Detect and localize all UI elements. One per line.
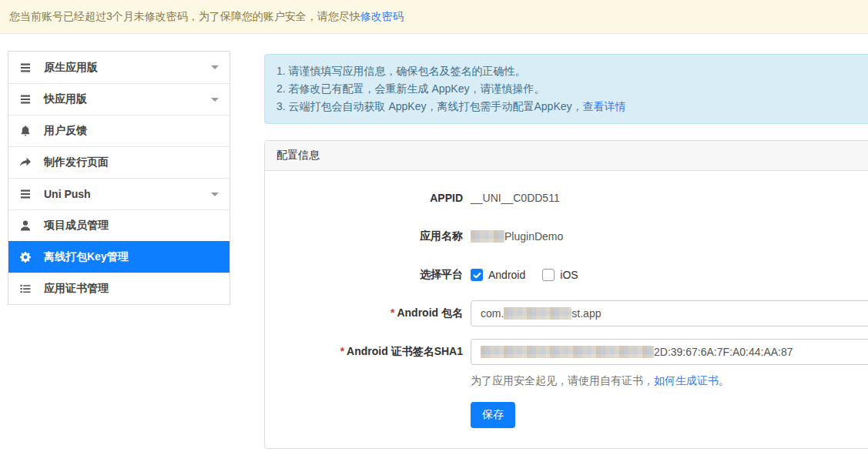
android-sha1-label-text: Android 证书签名SHA1 xyxy=(347,345,463,357)
config-form: APPID __UNI__C0DD511 应用名称 PluginDemo 选择平… xyxy=(265,171,868,448)
share-arrow-icon xyxy=(19,156,32,169)
user-icon xyxy=(19,219,32,232)
app-name-value: PluginDemo xyxy=(504,230,563,243)
menu-icon xyxy=(19,62,32,74)
sidebar-item-label: 制作发行页面 xyxy=(44,156,109,169)
password-warning-text: 您当前账号已经超过3个月未修改密码，为了保障您的账户安全，请您尽快 xyxy=(9,10,360,24)
redacted-app-name-prefix xyxy=(471,230,504,243)
how-to-generate-cert-link[interactable]: 如何生成证书 xyxy=(654,374,719,387)
menu-icon xyxy=(19,93,32,105)
notice-line-3: 3. 云端打包会自动获取 AppKey，离线打包需手动配置AppKey，查看详情 xyxy=(276,98,868,116)
notice-line-3-text: 3. 云端打包会自动获取 AppKey，离线打包需手动配置AppKey， xyxy=(276,100,583,112)
list-icon xyxy=(19,283,32,295)
notice-line-1: 1. 请谨慎填写应用信息，确保包名及签名的正确性。 xyxy=(276,62,868,80)
form-row-platform: 选择平台 Android iOS xyxy=(265,262,868,288)
android-sha1-label: *Android 证书签名SHA1 xyxy=(265,345,463,359)
required-mark: * xyxy=(340,345,344,357)
ios-checkbox-label: iOS xyxy=(560,269,578,281)
sidebar-item-label: 项目成员管理 xyxy=(44,219,109,233)
sidebar-item-native-app[interactable]: 原生应用版 xyxy=(8,52,230,83)
sidebar-item-label: 原生应用版 xyxy=(44,61,98,75)
menu-icon xyxy=(19,188,32,200)
sha1-suffix: 2D:39:67:6A:7F:A0:44:AA:87 xyxy=(654,346,793,358)
android-package-label: *Android 包名 xyxy=(265,306,463,320)
notice-line-2: 2. 若修改已有配置，会重新生成 AppKey，请谨慎操作。 xyxy=(276,80,868,98)
sidebar-item-offline-key[interactable]: 离线打包Key管理 xyxy=(8,241,230,273)
password-warning-banner: 您当前账号已经超过3个月未修改密码，为了保障您的账户安全，请您尽快修改密码 xyxy=(0,0,868,34)
bell-icon xyxy=(19,125,32,137)
app-name-label: 应用名称 xyxy=(265,229,463,243)
sidebar: 原生应用版 快应用版 用户反馈 制作发行页面 Uni Push 项目成员管理 xyxy=(8,51,230,305)
view-details-link[interactable]: 查看详情 xyxy=(583,100,626,112)
form-row-appid: APPID __UNI__C0DD511 xyxy=(265,185,868,211)
sidebar-item-publish-page[interactable]: 制作发行页面 xyxy=(8,146,230,178)
sidebar-item-app-certificates[interactable]: 应用证书管理 xyxy=(8,273,230,304)
chevron-down-icon xyxy=(211,193,219,196)
main-content: 1. 请谨慎填写应用信息，确保包名及签名的正确性。 2. 若修改已有配置，会重新… xyxy=(264,54,868,449)
sidebar-item-label: 应用证书管理 xyxy=(44,282,109,296)
redacted-package-middle xyxy=(504,307,571,320)
sidebar-item-label: Uni Push xyxy=(44,188,91,200)
form-row-android-sha1: *Android 证书签名SHA1 2D:39:67:6A:7F:A0:44:A… xyxy=(265,339,868,365)
required-mark: * xyxy=(390,306,394,319)
appid-value: __UNI__C0DD511 xyxy=(471,192,560,204)
checkbox-checked-icon[interactable] xyxy=(471,269,483,281)
platform-label: 选择平台 xyxy=(265,268,463,282)
config-panel: 配置信息 APPID __UNI__C0DD511 应用名称 PluginDem… xyxy=(264,140,868,449)
sidebar-item-user-feedback[interactable]: 用户反馈 xyxy=(8,115,230,146)
checkbox-unchecked-icon[interactable] xyxy=(542,269,555,281)
save-button[interactable]: 保存 xyxy=(471,402,515,428)
android-sha1-input[interactable]: 2D:39:67:6A:7F:A0:44:AA:87 xyxy=(471,339,868,365)
chevron-down-icon xyxy=(211,65,219,69)
android-package-input[interactable]: com.st.app xyxy=(471,300,868,326)
panel-title: 配置信息 xyxy=(265,141,868,171)
package-suffix: st.app xyxy=(571,307,601,320)
info-notice-box: 1. 请谨慎填写应用信息，确保包名及签名的正确性。 2. 若修改已有配置，会重新… xyxy=(264,54,868,124)
change-password-link[interactable]: 修改密码 xyxy=(360,10,404,24)
android-checkbox[interactable]: Android xyxy=(471,269,525,281)
sidebar-item-label: 快应用版 xyxy=(44,92,87,106)
ios-checkbox[interactable]: iOS xyxy=(542,269,578,281)
package-prefix: com. xyxy=(481,307,504,320)
helper-text: 为了应用安全起见，请使用自有证书， xyxy=(471,374,654,387)
gear-icon xyxy=(19,251,32,263)
sidebar-item-uni-push[interactable]: Uni Push xyxy=(8,178,230,209)
appid-label: APPID xyxy=(265,192,463,204)
sidebar-item-label: 离线打包Key管理 xyxy=(44,250,129,264)
sha1-helper-text: 为了应用安全起见，请使用自有证书，如何生成证书。 xyxy=(471,374,868,388)
android-package-label-text: Android 包名 xyxy=(397,306,463,319)
sidebar-item-project-members[interactable]: 项目成员管理 xyxy=(8,209,230,241)
android-checkbox-label: Android xyxy=(488,269,525,281)
form-row-app-name: 应用名称 PluginDemo xyxy=(265,223,868,249)
chevron-down-icon xyxy=(211,98,219,102)
sidebar-item-quick-app[interactable]: 快应用版 xyxy=(8,83,230,115)
redacted-sha1-prefix xyxy=(481,346,654,358)
button-row: 保存 xyxy=(471,402,868,428)
form-row-android-package: *Android 包名 com.st.app xyxy=(265,300,868,326)
helper-suffix: 。 xyxy=(719,374,729,387)
sidebar-item-label: 用户反馈 xyxy=(44,124,87,138)
